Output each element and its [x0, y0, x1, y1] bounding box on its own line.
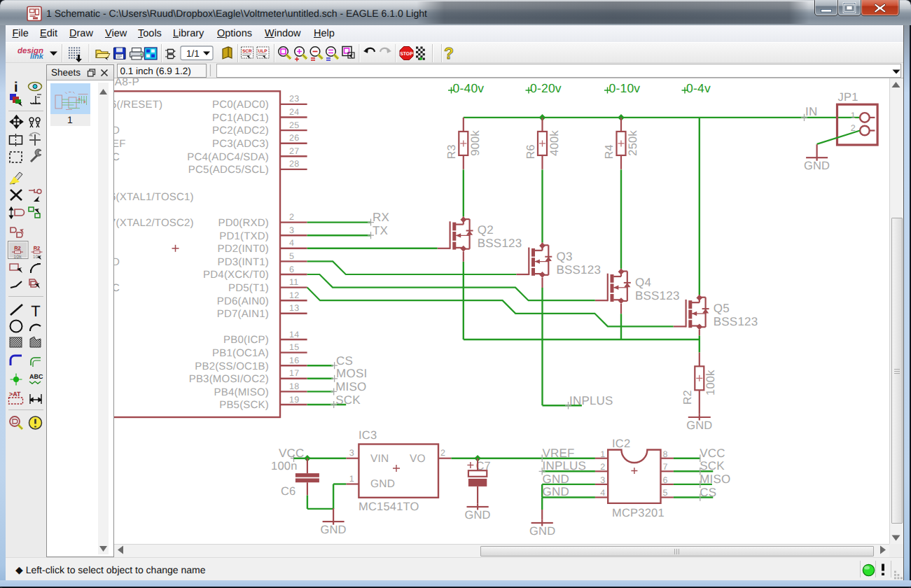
svg-text:PD5(T1): PD5(T1) — [228, 281, 269, 293]
svg-text:250k: 250k — [627, 130, 640, 155]
svg-text:VO: VO — [410, 453, 426, 465]
svg-text:C: C — [114, 150, 120, 162]
svg-text:GND: GND — [370, 478, 395, 490]
svg-text:GND: GND — [529, 525, 555, 538]
svg-text:1: 1 — [600, 449, 605, 458]
svg-text:JP1: JP1 — [838, 91, 858, 104]
svg-text:MOSI: MOSI — [336, 367, 367, 380]
svg-text:PB5(SCK): PB5(SCK) — [219, 399, 269, 411]
svg-text:PB0(ICP): PB0(ICP) — [223, 334, 269, 346]
svg-text:0-20v: 0-20v — [530, 81, 562, 95]
svg-text:23: 23 — [289, 94, 299, 104]
svg-text:INPLUS: INPLUS — [569, 393, 613, 407]
svg-text:7(XTAL2/TOSC2): 7(XTAL2/TOSC2) — [114, 216, 194, 228]
svg-text:D: D — [114, 255, 120, 267]
svg-text:PC3(ADC3): PC3(ADC3) — [212, 138, 269, 150]
svg-text:26: 26 — [289, 133, 299, 143]
svg-text:3: 3 — [289, 225, 294, 234]
svg-text:17: 17 — [289, 368, 299, 378]
svg-text:PD7(AIN1): PD7(AIN1) — [217, 308, 269, 320]
svg-text:MC1541TO: MC1541TO — [359, 500, 419, 512]
svg-text:GND: GND — [686, 419, 712, 432]
svg-text:PC5(ADC5/SCL): PC5(ADC5/SCL) — [188, 164, 269, 176]
svg-text:13: 13 — [289, 303, 299, 313]
svg-text:BSS123: BSS123 — [714, 314, 758, 328]
svg-text:BSS123: BSS123 — [557, 262, 601, 276]
svg-text:6(/RESET): 6(/RESET) — [114, 99, 162, 111]
svg-text:7: 7 — [663, 462, 668, 472]
svg-text:GND: GND — [464, 509, 490, 522]
svg-text:PC1(ADC1): PC1(ADC1) — [212, 111, 269, 123]
svg-text:4: 4 — [289, 238, 294, 248]
svg-text:2: 2 — [600, 462, 605, 472]
svg-text:5: 5 — [663, 488, 668, 498]
svg-text:GND: GND — [804, 159, 830, 172]
svg-text:8: 8 — [663, 449, 668, 458]
svg-text:VIN: VIN — [370, 453, 389, 465]
svg-text:3: 3 — [349, 448, 354, 458]
svg-text:0-4v: 0-4v — [686, 81, 711, 95]
svg-text:IN: IN — [805, 105, 817, 118]
svg-text:MCP3201: MCP3201 — [612, 507, 665, 519]
svg-text:400k: 400k — [548, 130, 561, 155]
svg-text:PD4(XCK/T0): PD4(XCK/T0) — [203, 269, 269, 281]
svg-text:Q5: Q5 — [714, 301, 730, 314]
svg-text:SCK: SCK — [335, 393, 361, 406]
svg-text:BSS123: BSS123 — [635, 288, 680, 302]
svg-text:PD2(INT0): PD2(INT0) — [218, 243, 269, 255]
svg-text:27: 27 — [289, 146, 299, 155]
svg-text:900k: 900k — [469, 130, 482, 155]
svg-text:SCK: SCK — [700, 459, 725, 472]
svg-text:R4: R4 — [604, 144, 616, 159]
svg-text:2: 2 — [289, 212, 294, 222]
svg-text:CS: CS — [700, 485, 716, 498]
svg-text:GND: GND — [543, 485, 569, 498]
svg-text:MISO: MISO — [335, 379, 366, 393]
svg-text:28: 28 — [289, 159, 299, 169]
svg-text:16: 16 — [289, 355, 299, 365]
svg-text:1: 1 — [349, 473, 354, 483]
svg-text:15: 15 — [289, 342, 299, 352]
svg-text:6(XTAL1/TOSC1): 6(XTAL1/TOSC1) — [114, 190, 194, 202]
svg-text:25: 25 — [289, 120, 299, 130]
svg-text:MEGA8-P: MEGA8-P — [114, 78, 139, 88]
svg-text:100k: 100k — [704, 369, 717, 395]
svg-text:Q3: Q3 — [557, 249, 573, 262]
svg-text:GND: GND — [320, 523, 346, 536]
svg-text:MISO: MISO — [700, 472, 730, 485]
svg-text:12: 12 — [289, 290, 299, 300]
svg-text:VCC: VCC — [700, 446, 725, 459]
svg-text:R6: R6 — [525, 144, 537, 159]
svg-text:100n: 100n — [271, 459, 298, 472]
svg-text:C: C — [114, 281, 120, 293]
svg-text:14: 14 — [289, 329, 299, 339]
svg-text:3: 3 — [600, 475, 605, 484]
svg-text:GND: GND — [543, 472, 569, 485]
svg-text:PD3(INT1): PD3(INT1) — [218, 255, 269, 267]
svg-text:D: D — [114, 125, 120, 136]
svg-text:PC2(ADC2): PC2(ADC2) — [212, 125, 269, 136]
svg-text:PB3(MOSI/OC2): PB3(MOSI/OC2) — [189, 373, 269, 385]
svg-text:R2: R2 — [682, 390, 694, 405]
svg-text:5: 5 — [289, 251, 294, 260]
svg-text:11: 11 — [289, 277, 298, 287]
svg-text:INPLUS: INPLUS — [543, 459, 587, 472]
svg-text:PC4(ADC4/SDA): PC4(ADC4/SDA) — [187, 150, 269, 162]
svg-text:0-10v: 0-10v — [609, 81, 641, 95]
svg-text:6: 6 — [663, 475, 668, 484]
svg-text:PC0(ADC0): PC0(ADC0) — [212, 99, 269, 111]
svg-text:1: 1 — [851, 110, 856, 120]
svg-text:2: 2 — [440, 448, 445, 458]
svg-text:PD0(RXD): PD0(RXD) — [218, 216, 269, 228]
svg-text:IC3: IC3 — [359, 429, 377, 442]
svg-text:VREF: VREF — [543, 446, 575, 459]
svg-text:CS: CS — [336, 354, 353, 367]
svg-text:PB1(OC1A): PB1(OC1A) — [212, 346, 269, 358]
svg-text:19: 19 — [289, 394, 299, 404]
svg-text:PB4(MISO): PB4(MISO) — [214, 386, 269, 398]
svg-text:6: 6 — [289, 264, 294, 274]
svg-text:18: 18 — [289, 381, 299, 391]
svg-text:C6: C6 — [281, 484, 296, 497]
svg-text:PB2(SS/OC1B): PB2(SS/OC1B) — [195, 360, 269, 372]
svg-text:PD6(AIN0): PD6(AIN0) — [217, 295, 269, 307]
